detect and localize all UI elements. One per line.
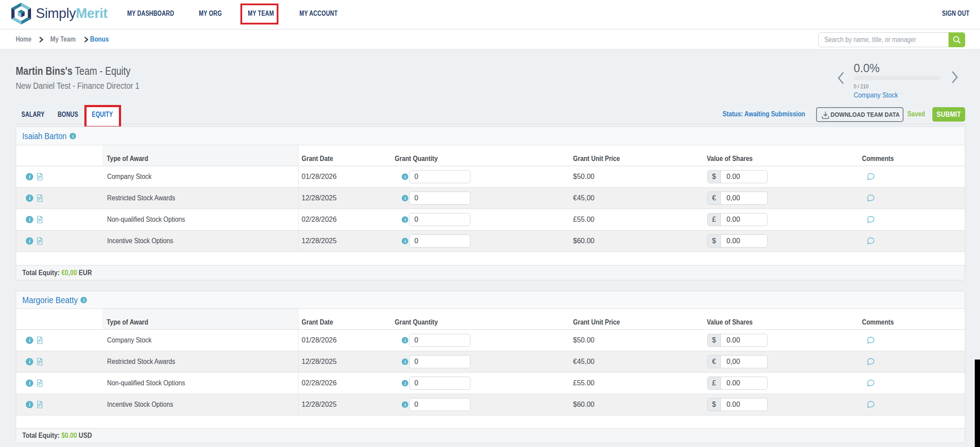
svg-text:i: i <box>404 196 406 201</box>
svg-text:i: i <box>83 297 84 302</box>
svg-text:i: i <box>72 133 73 138</box>
svg-text:i: i <box>404 360 406 364</box>
svg-text:i: i <box>404 239 406 244</box>
svg-text:i: i <box>404 217 406 222</box>
svg-text:i: i <box>404 175 406 179</box>
svg-text:i: i <box>404 338 406 343</box>
svg-text:i: i <box>404 402 406 407</box>
svg-text:i: i <box>404 381 406 386</box>
